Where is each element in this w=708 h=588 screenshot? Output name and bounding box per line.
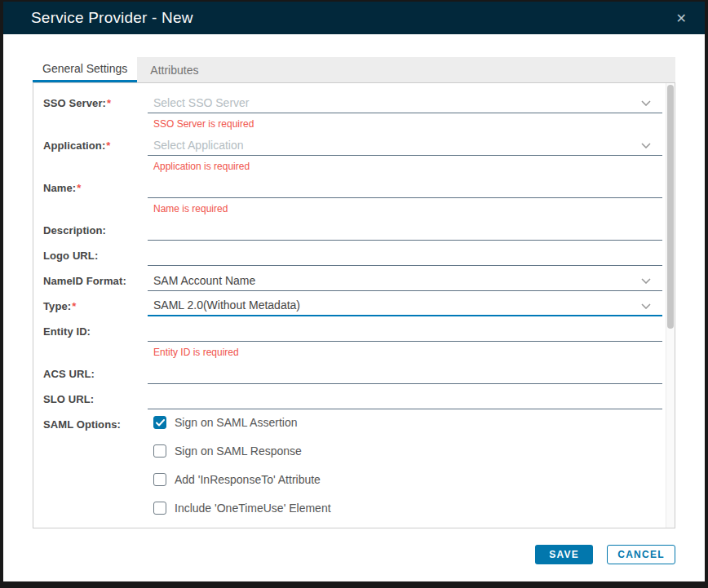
scrollbar-thumb[interactable] — [667, 85, 674, 329]
dropdown-placeholder: Select SSO Server — [153, 96, 250, 109]
logo-url-input[interactable] — [148, 245, 662, 266]
checkbox-sign-on-saml-response[interactable]: Sign on SAML Response — [153, 444, 662, 458]
tab-label: General Settings — [42, 62, 127, 75]
checkbox-unchecked-icon — [153, 444, 166, 458]
field-label: ACS URL: — [43, 364, 148, 384]
nameid-format-dropdown[interactable]: SAM Account Name — [148, 271, 662, 291]
type-dropdown[interactable]: SAML 2.0(Without Metadata) — [148, 296, 662, 316]
dialog-header: Service Provider - New ✕ — [3, 2, 705, 34]
field-label: NameID Format: — [43, 271, 148, 291]
field-error: Entity ID is required — [148, 342, 662, 359]
save-button[interactable]: SAVE — [535, 545, 593, 564]
field-row-type: Type:* SAML 2.0(Without Metadata) — [33, 291, 666, 316]
required-asterisk: * — [72, 300, 76, 312]
dropdown-value: SAM Account Name — [153, 274, 255, 287]
acs-url-input[interactable] — [148, 364, 662, 384]
required-asterisk: * — [77, 182, 81, 194]
field-label: Name:* — [43, 178, 148, 215]
form-panel: SSO Server:* Select SSO Server SSO Serve… — [33, 82, 675, 528]
chevron-down-icon — [641, 278, 651, 284]
required-asterisk: * — [106, 139, 110, 152]
field-label: Type:* — [43, 296, 148, 316]
checkbox-label: Include 'OneTimeUse' Element — [175, 502, 331, 515]
required-asterisk: * — [107, 97, 111, 109]
checkbox-label: Add 'InResponseTo' Attribute — [175, 473, 321, 486]
checkbox-sign-on-saml-assertion[interactable]: Sign on SAML Assertion — [153, 416, 662, 429]
field-row-sso-server: SSO Server:* Select SSO Server SSO Serve… — [33, 88, 666, 130]
field-label: Logo URL: — [43, 245, 148, 266]
checkbox-add-inresponseto-attribute[interactable]: Add 'InResponseTo' Attribute — [153, 473, 662, 486]
chevron-down-icon — [641, 143, 651, 148]
field-label: Application:* — [43, 135, 148, 173]
description-input[interactable] — [148, 220, 662, 241]
service-provider-new-dialog: Service Provider - New ✕ General Setting… — [3, 2, 705, 581]
field-label: SSO Server:* — [43, 93, 148, 130]
dropdown-placeholder: Select Application — [153, 139, 244, 152]
field-error: Application is required — [148, 156, 662, 173]
field-error: SSO Server is required — [148, 113, 662, 130]
chevron-down-icon — [641, 303, 651, 309]
application-dropdown[interactable]: Select Application — [148, 135, 662, 156]
field-label: Entity ID: — [43, 321, 148, 359]
field-row-nameid-format: NameID Format: SAM Account Name — [33, 266, 666, 291]
checkbox-label: Sign on SAML Response — [175, 444, 302, 458]
field-label: SAML Options: — [43, 414, 148, 528]
field-row-description: Description: — [33, 215, 666, 241]
tab-attributes[interactable]: Attributes — [137, 57, 211, 82]
checkbox-label: Sign on SAML Assertion — [175, 416, 297, 429]
tab-bar: General Settings Attributes — [33, 57, 675, 82]
checkbox-checked-icon — [153, 416, 166, 429]
form-scroll-area: SSO Server:* Select SSO Server SSO Serve… — [33, 83, 666, 528]
chevron-down-icon — [641, 100, 651, 106]
tab-label: Attributes — [150, 64, 198, 77]
field-row-saml-options: SAML Options: Sign on SAML Assertion Sig… — [33, 409, 666, 528]
slo-url-input[interactable] — [148, 389, 662, 409]
dialog-footer: SAVE CANCEL — [33, 528, 675, 581]
checkbox-unchecked-icon — [153, 502, 166, 515]
entity-id-input[interactable] — [148, 321, 662, 342]
field-row-logo-url: Logo URL: — [33, 241, 666, 266]
name-input[interactable] — [148, 178, 662, 198]
dialog-body: General Settings Attributes SSO Server:*… — [3, 34, 705, 581]
checkbox-include-onetimeuse-element[interactable]: Include 'OneTimeUse' Element — [153, 502, 662, 515]
field-row-name: Name:* Name is required — [33, 173, 666, 215]
dropdown-value: SAML 2.0(Without Metadata) — [153, 298, 300, 312]
checkbox-unchecked-icon — [153, 473, 166, 486]
field-label: SLO URL: — [43, 389, 148, 409]
field-row-acs-url: ACS URL: — [33, 359, 666, 384]
field-label: Description: — [43, 220, 148, 241]
close-icon[interactable]: ✕ — [671, 9, 692, 28]
scrollbar[interactable] — [666, 83, 675, 528]
cancel-button[interactable]: CANCEL — [607, 545, 675, 564]
sso-server-dropdown[interactable]: Select SSO Server — [148, 93, 662, 113]
tab-general-settings[interactable]: General Settings — [33, 57, 137, 82]
dialog-title: Service Provider - New — [31, 9, 671, 27]
field-error: Name is required — [148, 198, 662, 215]
field-row-entity-id: Entity ID: Entity ID is required — [33, 316, 666, 359]
field-row-slo-url: SLO URL: — [33, 384, 666, 409]
field-row-application: Application:* Select Application Applica… — [33, 130, 666, 173]
